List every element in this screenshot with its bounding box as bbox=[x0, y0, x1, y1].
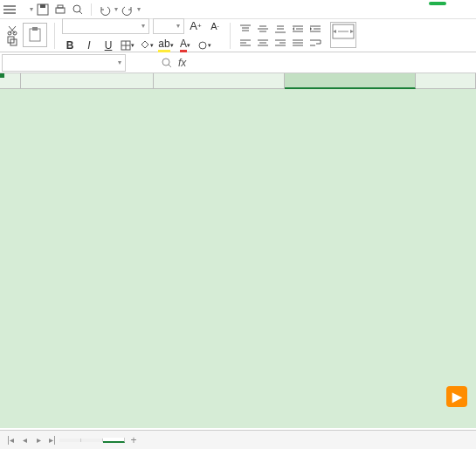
spreadsheet-grid: ▶ bbox=[0, 73, 476, 428]
chevron-down-icon[interactable]: ▾ bbox=[114, 5, 118, 13]
underline-button[interactable]: U bbox=[100, 38, 116, 53]
column-header[interactable] bbox=[285, 73, 416, 89]
formula-area: fx bbox=[161, 57, 186, 69]
sheet-tab[interactable] bbox=[81, 439, 103, 442]
chevron-down-icon[interactable]: ▾ bbox=[118, 59, 121, 66]
svg-rect-3 bbox=[58, 5, 63, 8]
name-box[interactable]: ▾ bbox=[2, 54, 126, 72]
effects-button[interactable]: ▾ bbox=[197, 38, 212, 53]
copy-button[interactable] bbox=[5, 36, 21, 46]
bold-button[interactable]: B bbox=[62, 38, 78, 53]
column-header[interactable] bbox=[21, 73, 154, 89]
separator bbox=[230, 23, 231, 49]
font-name-select[interactable]: ▾ bbox=[62, 18, 149, 34]
decrease-indent-button[interactable] bbox=[290, 23, 306, 35]
column-header[interactable] bbox=[154, 73, 285, 89]
svg-line-5 bbox=[79, 11, 82, 14]
svg-line-9 bbox=[9, 26, 15, 33]
tab-page[interactable] bbox=[464, 2, 474, 5]
font-color-button[interactable]: A▾ bbox=[177, 38, 193, 53]
fx-icon[interactable]: fx bbox=[178, 57, 186, 69]
paste-group[interactable] bbox=[23, 23, 47, 48]
font-size-select[interactable]: ▾ bbox=[153, 18, 184, 34]
align-bottom-button[interactable] bbox=[272, 23, 288, 35]
tab-nav-first-icon[interactable]: |◂ bbox=[3, 433, 17, 447]
paste-icon bbox=[23, 23, 47, 47]
print-preview-icon[interactable] bbox=[70, 2, 86, 17]
watermark: ▶ bbox=[446, 386, 471, 407]
font-group: ▾ ▾ A+ A- B I U ▾ ▾ ab▾ A▾ ▾ bbox=[62, 18, 223, 53]
formula-bar-row: ▾ fx bbox=[0, 52, 476, 73]
svg-point-17 bbox=[199, 42, 206, 49]
print-icon[interactable] bbox=[52, 2, 68, 17]
copy-icon bbox=[7, 36, 17, 46]
tab-insert[interactable] bbox=[450, 2, 460, 5]
column-headers bbox=[21, 73, 476, 89]
ribbon-tabs bbox=[429, 2, 474, 5]
svg-rect-2 bbox=[56, 8, 65, 13]
decrease-font-icon[interactable]: A- bbox=[207, 18, 223, 34]
function-wizard-icon[interactable] bbox=[161, 57, 173, 69]
cells-area[interactable] bbox=[21, 89, 476, 428]
wrap-text-button[interactable] bbox=[307, 37, 323, 49]
svg-rect-12 bbox=[30, 29, 40, 41]
svg-line-50 bbox=[169, 65, 171, 67]
tab-nav-prev-icon[interactable]: ◂ bbox=[17, 433, 31, 447]
fill-color-button[interactable]: ▾ bbox=[139, 38, 155, 53]
quick-access-toolbar: ▾ ▾ ▾ bbox=[0, 0, 476, 19]
align-right-button[interactable] bbox=[272, 37, 288, 49]
sheet-tab-bar: |◂ ◂ ▸ ▸| + bbox=[0, 430, 476, 449]
undo-icon[interactable] bbox=[97, 2, 113, 17]
fill-handle[interactable] bbox=[0, 73, 4, 78]
separator bbox=[91, 3, 92, 16]
svg-rect-1 bbox=[40, 4, 45, 8]
logo-icon: ▶ bbox=[446, 386, 467, 407]
merge-cells-icon bbox=[330, 22, 356, 48]
chevron-down-icon[interactable]: ▾ bbox=[137, 5, 141, 13]
tab-start[interactable] bbox=[429, 2, 446, 5]
align-middle-button[interactable] bbox=[255, 23, 271, 35]
align-group bbox=[238, 23, 323, 49]
tab-nav-next-icon[interactable]: ▸ bbox=[31, 433, 45, 447]
redo-icon[interactable] bbox=[120, 2, 135, 17]
align-left-button[interactable] bbox=[238, 37, 253, 49]
chevron-down-icon[interactable]: ▾ bbox=[30, 5, 33, 13]
justify-button[interactable] bbox=[290, 37, 306, 49]
italic-button[interactable]: I bbox=[81, 38, 97, 53]
merge-group[interactable] bbox=[330, 22, 356, 49]
separator bbox=[54, 23, 55, 49]
ribbon: ▾ ▾ A+ A- B I U ▾ ▾ ab▾ A▾ ▾ bbox=[0, 19, 476, 52]
scissors-icon bbox=[7, 25, 17, 36]
add-sheet-button[interactable]: + bbox=[125, 434, 142, 446]
align-center-button[interactable] bbox=[255, 37, 271, 49]
save-icon[interactable] bbox=[35, 2, 51, 17]
tab-nav-last-icon[interactable]: ▸| bbox=[45, 433, 59, 447]
sheet-tab-active[interactable] bbox=[103, 438, 125, 443]
svg-rect-13 bbox=[32, 27, 38, 31]
column-header[interactable] bbox=[416, 73, 476, 89]
clipboard-group bbox=[5, 25, 21, 46]
increase-font-icon[interactable]: A+ bbox=[188, 18, 204, 34]
svg-line-8 bbox=[10, 26, 16, 33]
svg-point-49 bbox=[162, 59, 169, 66]
borders-button[interactable]: ▾ bbox=[120, 38, 135, 53]
highlight-color-button[interactable]: ab▾ bbox=[158, 38, 174, 53]
svg-point-4 bbox=[73, 5, 80, 12]
align-top-button[interactable] bbox=[238, 23, 253, 35]
cut-button[interactable] bbox=[5, 25, 21, 36]
increase-indent-button[interactable] bbox=[307, 23, 323, 35]
menu-icon[interactable] bbox=[3, 5, 16, 14]
sheet-tab[interactable] bbox=[59, 439, 81, 442]
